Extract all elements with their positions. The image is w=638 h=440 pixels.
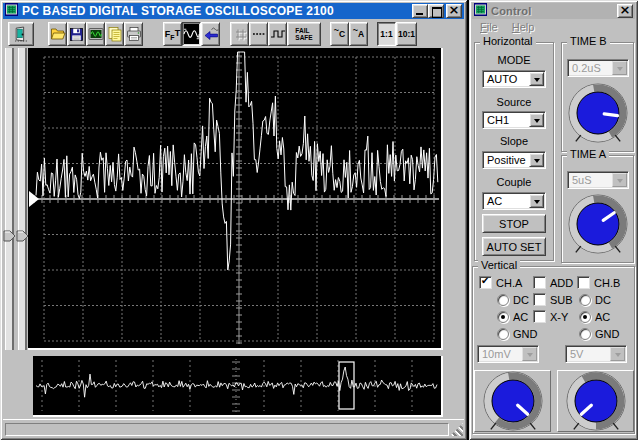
source-select[interactable]: CH1 [482,111,546,129]
close-button[interactable] [446,4,462,18]
ch-a-range-select: 10mV [477,345,539,363]
save-file-button[interactable] [67,22,86,46]
recall-trace-button[interactable] [201,22,220,46]
control-close-button[interactable] [617,4,633,18]
stop-button[interactable]: STOP [482,214,546,233]
control-window: Control File Help Horizontal MODE AUTO S… [469,0,638,440]
main-titlebar[interactable]: PC BASED DIGITAL STORAGE OSCILLOSCOPE 21… [3,3,464,19]
square-wave-button[interactable] [268,22,287,46]
menu-file: File [477,20,501,35]
time-b-select: 0.2uS [567,59,629,77]
channel-a-position-slider[interactable] [5,48,14,350]
ch-a-checkbox[interactable] [479,276,492,289]
main-waveform [28,48,441,348]
app-icon [474,2,487,20]
couple-select[interactable]: AC [482,192,546,210]
time-a-group: TIME A 5uS [561,155,634,263]
dropdown-arrow-icon[interactable] [529,153,544,167]
maximize-button[interactable] [428,4,444,18]
dropdown-arrow-icon [610,347,625,361]
control-window-title: Control [491,5,532,17]
main-window-title: PC BASED DIGITAL STORAGE OSCILLOSCOPE 21… [22,4,334,18]
dropdown-arrow-icon [612,61,627,75]
dropdown-arrow-icon[interactable] [529,72,544,86]
slope-label: Slope [475,135,553,147]
open-file-button[interactable] [48,22,67,46]
mode-label: MODE [475,54,553,66]
minimize-button[interactable] [412,4,428,18]
mode-select[interactable]: AUTO [482,70,546,88]
couple-label: Couple [475,176,553,188]
ch-b-dc-radio[interactable] [579,294,591,306]
auto-set-button[interactable]: AUTO SET [482,237,546,256]
ch-b-knob-panel [557,370,634,432]
waveform-mode-button[interactable] [182,22,201,46]
source-label: Source [475,96,553,108]
scale-ampere-button[interactable]: ~A [349,22,368,46]
fft-button[interactable]: FFT [163,22,182,46]
dropdown-arrow-icon [522,347,537,361]
probe-1-1-button[interactable]: 1:1 [377,22,396,46]
app-icon [5,2,18,20]
ch-a-ac-radio[interactable] [497,311,509,323]
overview-waveform [33,356,441,415]
dropdown-arrow-icon [612,173,627,187]
dropdown-arrow-icon[interactable] [529,113,544,127]
zoom-selection-box [339,362,354,409]
ch-a-gain-knob[interactable] [475,371,551,432]
time-a-knob[interactable] [564,190,633,262]
channel-a-slider-thumb[interactable] [3,228,16,240]
scale-celsius-button[interactable]: ~C [330,22,349,46]
ch-b-gain-knob[interactable] [558,371,634,432]
ch-b-gnd-radio[interactable] [579,328,591,340]
time-b-group: TIME B 0.2uS [561,42,634,152]
fail-safe-button[interactable]: FAILSAFE [287,22,321,46]
horizontal-group: Horizontal MODE AUTO Source CH1 Slope Po… [474,42,554,261]
overview-scope-display[interactable] [33,356,443,417]
oscilloscope-window: PC BASED DIGITAL STORAGE OSCILLOSCOPE 21… [0,0,467,440]
status-field [5,423,449,436]
sub-checkbox[interactable] [533,293,546,306]
slope-select[interactable]: Positive [482,151,546,169]
ch-b-range-select: 5V [565,345,627,363]
menu-bar: File Help [473,20,537,35]
add-checkbox[interactable] [533,276,546,289]
ch-b-checkbox[interactable] [577,276,590,289]
dropdown-arrow-icon[interactable] [529,194,544,208]
display-capture-button[interactable] [86,22,105,46]
copy-button[interactable] [105,22,124,46]
exit-button[interactable] [8,22,34,46]
ch-b-ac-radio[interactable] [579,311,591,323]
ch-a-gnd-radio[interactable] [497,328,509,340]
resize-grip[interactable] [450,423,463,436]
time-a-select: 5uS [567,171,629,189]
status-bar [3,419,464,437]
grid-toggle-button [230,22,249,46]
probe-10-1-button[interactable]: 10:1 [396,22,417,46]
control-titlebar[interactable]: Control [472,3,635,19]
main-scope-display [28,48,443,350]
print-button[interactable] [124,22,143,46]
xy-checkbox[interactable] [533,310,546,323]
dotted-line-button[interactable] [249,22,268,46]
channel-b-position-slider[interactable] [18,48,27,350]
time-b-knob[interactable] [564,79,633,151]
toolbar: FFTFAILSAFE~C~A1:110:1 [8,21,417,47]
menu-help: Help [509,20,538,35]
ch-a-dc-radio[interactable] [497,294,509,306]
vertical-group: Vertical CH.A ADD CH.B DC SUB DC AC X-Y … [472,266,635,434]
ch-a-knob-panel [474,370,551,432]
